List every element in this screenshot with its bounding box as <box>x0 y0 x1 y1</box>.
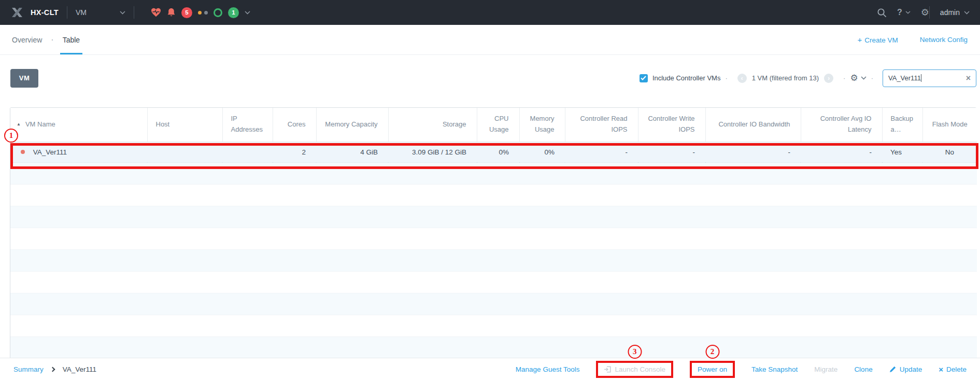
vm-search-input[interactable]: VA_Ver111 × <box>883 69 976 87</box>
controller-read-iops-cell: - <box>565 142 638 162</box>
entity-type-button[interactable]: VM <box>10 69 38 88</box>
entity-dropdown-label: VM <box>76 8 87 17</box>
col-header-storage[interactable]: Storage <box>388 108 477 142</box>
empty-row <box>10 271 977 293</box>
help-menu[interactable]: ? <box>897 8 911 17</box>
power-off-dot-icon <box>21 150 25 154</box>
delete-label: Delete <box>946 365 967 373</box>
search-value: VA_Ver111 <box>888 74 921 82</box>
chevron-down-icon[interactable] <box>245 11 250 15</box>
take-snapshot-button[interactable]: Take Snapshot <box>751 365 798 373</box>
breadcrumb-summary-link[interactable]: Summary <box>13 365 44 373</box>
table-toolbar: VM Include Controller VMs ‹ 1 VM (filter… <box>10 68 976 88</box>
username: admin <box>940 8 960 17</box>
empty-row <box>10 184 977 206</box>
entity-dropdown[interactable]: VM <box>76 8 125 17</box>
divider <box>929 6 930 19</box>
empty-row <box>10 162 977 184</box>
dot-separator <box>839 74 850 82</box>
help-icon: ? <box>897 8 902 17</box>
empty-row <box>10 228 977 249</box>
gear-icon: ⚙ <box>850 74 858 82</box>
table-header-row: VM Name Host IP Addresses Cores Memory C… <box>10 108 977 142</box>
alert-count-badge[interactable]: 5 <box>181 7 192 18</box>
cpu-usage-cell: 0% <box>477 142 519 162</box>
vm-table: VM Name Host IP Addresses Cores Memory C… <box>10 107 976 359</box>
empty-row <box>10 206 977 228</box>
console-icon <box>604 366 611 373</box>
launch-console-label: Launch Console <box>615 365 665 373</box>
clone-button[interactable]: Clone <box>854 365 872 373</box>
tab-table[interactable]: Table <box>60 25 82 54</box>
memory-capacity-cell: 4 GiB <box>316 142 388 162</box>
view-subnav: Overview · Table Create VM Network Confi… <box>0 25 980 55</box>
table-row-va-ver111[interactable]: VA_Ver111 2 4 GiB 3.09 GiB / 12 GiB 0% 0… <box>10 142 977 162</box>
settings-gear-icon[interactable]: ⚙ <box>921 8 929 17</box>
power-on-button[interactable]: Power on <box>698 365 727 373</box>
col-header-host[interactable]: Host <box>147 108 222 142</box>
col-header-controller-write-iops[interactable]: Controller Write IOPS <box>638 108 705 142</box>
user-menu[interactable]: admin <box>940 8 970 17</box>
pager-prev-icon[interactable]: ‹ <box>737 74 747 83</box>
breadcrumb-current-vm: VA_Ver111 <box>63 365 96 373</box>
col-header-memory-capacity[interactable]: Memory Capacity <box>316 108 388 142</box>
health-ring-icon[interactable] <box>214 8 222 17</box>
annotation-power-on-box: 2 Power on <box>690 361 735 378</box>
text-caret <box>921 74 922 82</box>
col-header-vm-name[interactable]: VM Name <box>10 108 147 142</box>
ip-addresses-cell <box>222 142 273 162</box>
create-vm-button[interactable]: Create VM <box>857 35 898 44</box>
controller-write-iops-cell: - <box>638 142 705 162</box>
pencil-icon <box>889 366 896 373</box>
update-button[interactable]: Update <box>889 365 922 373</box>
search-icon[interactable] <box>877 8 887 18</box>
host-cell <box>147 142 222 162</box>
col-header-cores[interactable]: Cores <box>273 108 316 142</box>
clear-search-icon[interactable]: × <box>966 74 971 82</box>
healthy-count-badge[interactable]: 1 <box>228 7 239 18</box>
neutral-dot-icon <box>204 11 208 15</box>
col-header-controller-read-iops[interactable]: Controller Read IOPS <box>565 108 638 142</box>
controller-io-bandwidth-cell: - <box>705 142 801 162</box>
col-header-ip-addresses[interactable]: IP Addresses <box>222 108 273 142</box>
col-header-memory-usage[interactable]: Memory Usage <box>519 108 565 142</box>
dot-separator <box>720 74 732 82</box>
cores-cell: 2 <box>273 142 316 162</box>
memory-usage-cell: 0% <box>519 142 565 162</box>
health-heart-icon[interactable] <box>151 8 161 17</box>
empty-row <box>10 293 977 315</box>
nutanix-logo-icon <box>10 7 24 18</box>
status-dots <box>198 11 208 15</box>
annotation-callout-1: 1 <box>4 129 18 143</box>
tab-separator: · <box>51 35 53 45</box>
include-controller-vms-checkbox[interactable] <box>640 74 648 82</box>
breadcrumb: Summary VA_Ver111 <box>13 365 96 373</box>
chevron-down-icon <box>964 11 970 15</box>
vm-name-cell: VA_Ver111 <box>33 148 67 156</box>
top-navbar: HX-CLT VM 5 <box>0 0 980 25</box>
delete-button[interactable]: × Delete <box>939 365 967 373</box>
include-controller-vms-label[interactable]: Include Controller VMs <box>652 74 721 82</box>
launch-console-button[interactable]: Launch Console <box>604 365 665 373</box>
network-config-button[interactable]: Network Config <box>920 36 968 44</box>
tab-overview[interactable]: Overview <box>9 25 45 54</box>
annotation-callout-3: 3 <box>628 345 642 359</box>
empty-row <box>10 336 977 358</box>
migrate-button[interactable]: Migrate <box>814 365 837 373</box>
empty-row <box>10 315 977 336</box>
alerts-bell-icon[interactable] <box>167 8 176 17</box>
manage-guest-tools-button[interactable]: Manage Guest Tools <box>516 365 580 373</box>
filter-summary: 1 VM (filtered from 13) <box>752 74 819 82</box>
pager-next-icon[interactable]: › <box>824 74 833 83</box>
storage-cell: 3.09 GiB / 12 GiB <box>388 142 477 162</box>
col-header-backup[interactable]: Backup a… <box>882 108 922 142</box>
flash-mode-cell: No <box>922 142 977 162</box>
divider <box>67 6 67 19</box>
col-header-controller-avg-io-latency[interactable]: Controller Avg IO Latency <box>801 108 882 142</box>
table-settings-menu[interactable]: ⚙ <box>850 74 866 82</box>
col-header-flash-mode[interactable]: Flash Mode <box>922 108 977 142</box>
backup-cell: Yes <box>882 142 922 162</box>
col-header-cpu-usage[interactable]: CPU Usage <box>477 108 519 142</box>
col-header-controller-io-bandwidth[interactable]: Controller IO Bandwidth <box>705 108 801 142</box>
update-label: Update <box>900 365 922 373</box>
